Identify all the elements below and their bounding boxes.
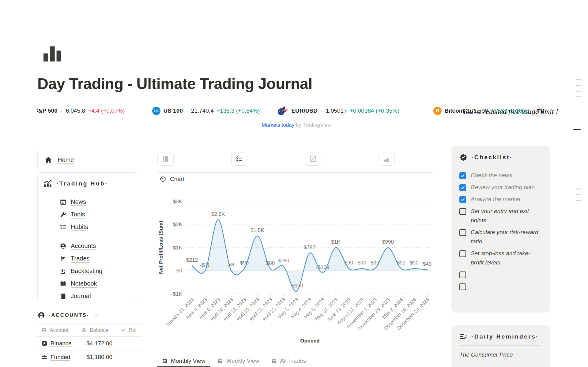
calendar-icon xyxy=(217,358,223,364)
sidebar-link-notebook[interactable]: Notebook xyxy=(71,280,97,287)
outline-mark[interactable] xyxy=(576,189,581,189)
account-balance-cell[interactable]: $4,172.00 xyxy=(77,337,116,350)
x-axis-title: Opened xyxy=(282,338,337,344)
markets-today-link[interactable]: Markets today xyxy=(262,122,294,128)
trading-hub-header: ·Trading Hub· xyxy=(38,178,137,189)
page-outline-scrubber[interactable] xyxy=(572,0,584,367)
compose-icon xyxy=(309,155,317,163)
page: Day Trading - Ultimate Trading Journal S… xyxy=(0,0,588,367)
data-point-label: $90 xyxy=(397,260,405,266)
data-point-label: $90 xyxy=(345,260,353,266)
sidebar-link-habits[interactable]: Habits xyxy=(71,223,88,230)
sidebar-item-notebook[interactable]: Notebook xyxy=(38,277,137,290)
ticker-attribution: Markets today by TradingView xyxy=(37,122,556,128)
compose-icon xyxy=(459,333,467,341)
tab-all-trades[interactable]: All Trades xyxy=(266,354,311,367)
bitcoin-logo: B xyxy=(433,107,442,115)
bar-chart-icon[interactable] xyxy=(40,42,65,64)
home-link[interactable]: Home xyxy=(58,156,74,163)
checklist-label: Set stop-loss and take-profit levels xyxy=(471,249,542,267)
tab-label: Weekly View xyxy=(226,358,259,364)
account-name-cell[interactable]: Binance xyxy=(37,337,77,350)
sidebar-item-tools[interactable]: Tools xyxy=(38,208,137,221)
account-balance-cell[interactable]: $800.00 xyxy=(77,364,116,367)
ticker-price: 21,740.4 xyxy=(191,107,214,114)
calendar-icon xyxy=(271,358,277,364)
ticker-item-eur-usd[interactable]: EUR/USD·1.05017+0.00364 (+0.35%) xyxy=(271,103,406,118)
checklist-title: ·Checklist· xyxy=(471,153,513,162)
sidebar-item-accounts[interactable]: Accounts xyxy=(38,240,137,252)
accounts-section-header[interactable]: ·ACCOUNTS· xyxy=(37,310,137,321)
ticker-change: +138.3 (+0.64%) xyxy=(217,107,260,114)
ticker-item-us-100[interactable]: 100US 100·21,740.4+138.3 (+0.64%) xyxy=(141,103,271,118)
outline-mark[interactable] xyxy=(576,96,581,97)
account-name-cell[interactable] xyxy=(37,364,77,367)
sidebar-link-backtesting[interactable]: Backtesting xyxy=(71,268,102,275)
checked-checkbox[interactable] xyxy=(459,172,466,179)
sidebar-item-backtesting[interactable]: Backtesting xyxy=(38,265,137,277)
y-tick-label: $0 xyxy=(176,268,182,274)
sidebar-item-journal[interactable]: Journal xyxy=(38,290,137,302)
toolbar-button-compose[interactable] xyxy=(305,152,321,166)
outline-mark[interactable] xyxy=(576,200,581,201)
outline-mark[interactable] xyxy=(576,194,581,195)
nasdaq100-logo: 100 xyxy=(152,107,160,115)
outline-mark[interactable] xyxy=(576,85,581,86)
tab-monthly-view[interactable]: Monthly View xyxy=(157,354,210,367)
sidebar-link-journal[interactable]: Journal xyxy=(71,293,91,300)
open-book-icon xyxy=(60,280,66,287)
sidebar-item-trades[interactable]: Trades xyxy=(38,252,137,265)
outline-mark[interactable] xyxy=(576,79,581,80)
x-tick-label: April 13, 2023 xyxy=(222,297,247,322)
data-point-label: $40 xyxy=(423,261,432,267)
ticker-item-s-p-500[interactable]: S&P 500·6,045.8−4.4 (−0.07%) xyxy=(37,103,141,118)
outline-mark[interactable] xyxy=(576,91,581,92)
sidebar-link-news[interactable]: News xyxy=(71,198,86,205)
data-point-label: $1K xyxy=(331,239,341,245)
accounts-title: ·ACCOUNTS· xyxy=(49,312,89,318)
account-balance-cell[interactable]: $1,180.00 xyxy=(77,350,116,364)
outline-mark[interactable] xyxy=(573,129,581,130)
toolbar-button-area-chart[interactable] xyxy=(379,152,395,166)
sidebar-item-home[interactable]: Home xyxy=(37,150,137,170)
account-roi-cell[interactable] xyxy=(116,337,142,350)
account-link-funded[interactable]: Funded xyxy=(51,354,70,361)
checked-checkbox[interactable] xyxy=(459,196,466,203)
wrench-icon xyxy=(60,211,66,218)
unchecked-checkbox[interactable] xyxy=(459,229,466,236)
sidebar-link-tools[interactable]: Tools xyxy=(71,211,85,218)
toolbar-button-journal[interactable] xyxy=(157,152,174,166)
accounts-table: AccountBalanceRoiBinance$4,172.00Funded$… xyxy=(37,324,142,367)
column-label: Balance xyxy=(90,327,108,333)
account-roi-cell[interactable] xyxy=(116,364,142,367)
sidebar-item-habits[interactable]: Habits xyxy=(38,221,137,233)
toolbar-button-checklist[interactable] xyxy=(231,152,247,166)
unchecked-checkbox[interactable] xyxy=(459,208,466,215)
ticker-symbol: EUR/USD xyxy=(291,107,318,114)
checklist-items: Check the newsReview your trading planAn… xyxy=(459,171,542,291)
tab-weekly-view[interactable]: Weekly View xyxy=(213,354,264,367)
journal-icon xyxy=(162,155,169,163)
account-link-binance[interactable]: Binance xyxy=(51,340,72,347)
trading-hub-title: ·Trading Hub· xyxy=(56,180,108,187)
checklist-item: . xyxy=(459,270,542,279)
data-point-label: $2.2K xyxy=(211,211,225,217)
x-tick-label: April 19, 2023 xyxy=(235,297,260,322)
unchecked-checkbox[interactable] xyxy=(459,250,466,257)
account-roi-cell[interactable] xyxy=(116,350,142,364)
data-point-label: $80 xyxy=(266,260,275,266)
account-name-cell[interactable]: Funded xyxy=(37,350,77,364)
sidebar-link-trades[interactable]: Trades xyxy=(71,255,90,262)
unchecked-checkbox[interactable] xyxy=(459,283,466,290)
checklist-label: . xyxy=(471,282,472,291)
checked-checkbox[interactable] xyxy=(459,184,466,191)
sidebar-link-accounts[interactable]: Accounts xyxy=(71,242,96,249)
tab-label: All Trades xyxy=(280,358,306,364)
unchecked-checkbox[interactable] xyxy=(459,272,466,278)
sidebar-item-news[interactable]: News xyxy=(38,196,137,208)
chevron-down-icon[interactable] xyxy=(94,313,99,318)
trades-icon xyxy=(60,255,66,262)
usage-limit-message: You've reached free usage limit ! xyxy=(462,107,558,116)
divider xyxy=(55,193,130,193)
x-tick-label: April 22, 2023 xyxy=(261,297,286,322)
